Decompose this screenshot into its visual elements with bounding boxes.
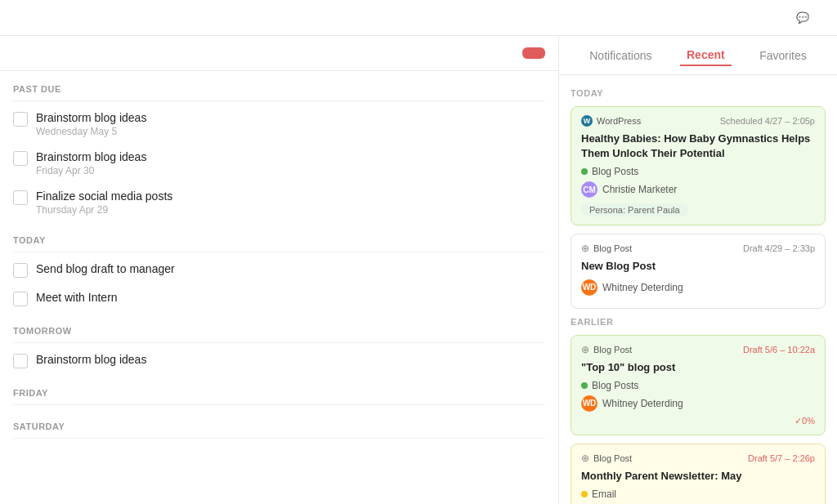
card-tag: Blog Posts xyxy=(581,166,815,177)
right-tabs: NotificationsRecentFavorites xyxy=(559,36,837,75)
card-title: "Top 10" blog post xyxy=(581,360,815,375)
tag-dot-icon xyxy=(581,491,588,497)
nav-right: 💬 xyxy=(796,11,824,24)
person-name: Christie Marketer xyxy=(602,184,677,195)
task-name: Brainstorm blog ideas xyxy=(36,111,146,124)
new-task-button[interactable] xyxy=(522,47,545,59)
right-earlier-header: EARLIER xyxy=(571,317,826,327)
task-text: Send blog draft to manager xyxy=(36,262,175,275)
card-c1[interactable]: WWordPressScheduled 4/27 – 2:05pHealthy … xyxy=(571,106,826,225)
card-timestamp: Scheduled 4/27 – 2:05p xyxy=(720,116,815,126)
section-header-past-due: PAST DUE xyxy=(13,71,545,101)
tab-recent[interactable]: Recent xyxy=(680,45,732,66)
task-text: Brainstorm blog ideas xyxy=(36,353,146,366)
task-date: Thursday Apr 29 xyxy=(36,204,172,216)
card-source-label: Blog Post xyxy=(593,243,632,253)
card-source: ⊕Blog Post xyxy=(581,243,632,254)
rss-icon: ⊕ xyxy=(581,453,589,464)
tag-label: Blog Posts xyxy=(592,380,638,391)
task-date: Friday Apr 30 xyxy=(36,165,146,176)
avatar: WD xyxy=(581,279,598,296)
tag-dot-icon xyxy=(581,382,588,389)
card-source-label: WordPress xyxy=(597,116,641,126)
section-header-tomorrow: TOMORROW xyxy=(13,313,545,343)
card-persona: Persona: Parent Paula xyxy=(581,203,688,216)
card-timestamp: Draft 4/29 – 2:33p xyxy=(743,243,815,253)
card-footer: ✓0% xyxy=(581,416,815,426)
avatar: CM xyxy=(581,181,598,198)
person-name: Whitney Deterding xyxy=(602,282,683,293)
tab-favorites[interactable]: Favorites xyxy=(753,46,813,65)
card-source-label: Blog Post xyxy=(593,345,632,355)
task-checkbox[interactable] xyxy=(13,190,28,205)
task-checkbox[interactable] xyxy=(13,112,28,127)
section-header-today: TODAY xyxy=(13,222,545,252)
card-c2[interactable]: ⊕Blog PostDraft 4/29 – 2:33pNew Blog Pos… xyxy=(571,234,826,308)
task-name: Brainstorm blog ideas xyxy=(36,150,146,163)
wordpress-icon: W xyxy=(581,115,593,127)
task-item: Brainstorm blog ideasFriday Apr 30 xyxy=(13,144,545,183)
card-tag: Blog Posts xyxy=(581,380,815,391)
progress-text: ✓0% xyxy=(794,416,815,426)
card-header: ⊕Blog PostDraft 5/6 – 10:22a xyxy=(581,344,815,355)
card-c3[interactable]: ⊕Blog PostDraft 5/6 – 10:22a"Top 10" blo… xyxy=(571,335,826,435)
task-sections: PAST DUEBrainstorm blog ideasWednesday M… xyxy=(0,71,558,439)
tab-notifications[interactable]: Notifications xyxy=(583,46,658,65)
task-name: Brainstorm blog ideas xyxy=(36,353,146,366)
rss-icon: ⊕ xyxy=(581,243,589,254)
card-c4[interactable]: ⊕Blog PostDraft 5/7 – 2:26pMonthly Paren… xyxy=(571,444,826,504)
card-person: CMChristie Marketer xyxy=(581,181,815,198)
task-checkbox[interactable] xyxy=(13,354,28,368)
card-source-label: Blog Post xyxy=(593,453,632,463)
task-name: Send blog draft to manager xyxy=(36,262,175,275)
card-timestamp: Draft 5/7 – 2:26p xyxy=(748,453,815,463)
tag-label: Email xyxy=(592,488,616,500)
person-name: Whitney Deterding xyxy=(602,398,683,409)
task-checkbox[interactable] xyxy=(13,151,28,166)
task-item: Meet with Intern xyxy=(13,284,545,313)
task-text: Brainstorm blog ideasWednesday May 5 xyxy=(36,111,146,137)
task-name: Finalize social media posts xyxy=(36,190,172,203)
card-title: New Blog Post xyxy=(581,259,815,274)
left-panel-header xyxy=(0,36,558,71)
task-name: Meet with Intern xyxy=(36,291,118,304)
right-content: TODAYWWordPressScheduled 4/27 – 2:05pHea… xyxy=(559,75,837,504)
card-source: WWordPress xyxy=(581,115,641,127)
card-source: ⊕Blog Post xyxy=(581,453,632,464)
rss-icon: ⊕ xyxy=(581,344,589,355)
chat-bubble-icon: 💬 xyxy=(796,11,809,24)
task-checkbox[interactable] xyxy=(13,263,28,278)
avatar: WD xyxy=(581,395,598,412)
chat-button[interactable]: 💬 xyxy=(796,11,812,24)
card-header: WWordPressScheduled 4/27 – 2:05p xyxy=(581,115,815,127)
top-nav: 💬 xyxy=(0,0,837,36)
section-header-friday: FRIDAY xyxy=(13,375,545,405)
task-text: Brainstorm blog ideasFriday Apr 30 xyxy=(36,150,146,176)
card-title: Monthly Parent Newsletter: May xyxy=(581,469,815,484)
card-tag: Email xyxy=(581,488,815,500)
task-item: Send blog draft to manager xyxy=(13,256,545,284)
card-header: ⊕Blog PostDraft 5/7 – 2:26p xyxy=(581,453,815,464)
card-timestamp: Draft 5/6 – 10:22a xyxy=(743,345,815,355)
task-text: Meet with Intern xyxy=(36,291,118,304)
left-panel: PAST DUEBrainstorm blog ideasWednesday M… xyxy=(0,36,559,504)
task-date: Wednesday May 5 xyxy=(36,126,146,137)
task-text: Finalize social media postsThursday Apr … xyxy=(36,190,172,216)
task-item: Finalize social media postsThursday Apr … xyxy=(13,183,545,222)
card-person: WDWhitney Deterding xyxy=(581,395,815,412)
tag-label: Blog Posts xyxy=(592,166,638,177)
right-today-header: TODAY xyxy=(571,88,826,98)
main-layout: PAST DUEBrainstorm blog ideasWednesday M… xyxy=(0,36,837,504)
task-item: Brainstorm blog ideasWednesday May 5 xyxy=(13,105,545,144)
task-checkbox[interactable] xyxy=(13,292,28,306)
section-header-saturday: SATURDAY xyxy=(13,408,545,439)
card-person: WDWhitney Deterding xyxy=(581,279,815,296)
card-title: Healthy Babies: How Baby Gymnastics Help… xyxy=(581,132,815,161)
tag-dot-icon xyxy=(581,168,588,175)
right-panel: NotificationsRecentFavorites TODAYWWordP… xyxy=(559,36,837,504)
task-item: Brainstorm blog ideas xyxy=(13,346,545,375)
card-source: ⊕Blog Post xyxy=(581,344,632,355)
card-header: ⊕Blog PostDraft 4/29 – 2:33p xyxy=(581,243,815,254)
